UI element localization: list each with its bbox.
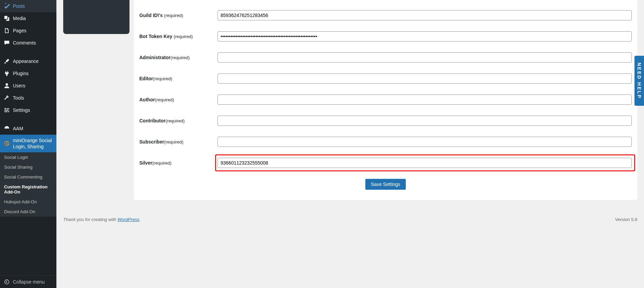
pages-icon [3, 27, 10, 34]
submenu-custom-registration[interactable]: Custom Registration Add-On [0, 182, 56, 197]
contributor-label: Contributor(required) [139, 118, 212, 123]
sidebar-label: Media [13, 16, 26, 21]
plugin-icon [3, 70, 10, 77]
collapse-label: Collapse menu [13, 279, 45, 285]
wordpress-link[interactable]: WordPress [118, 217, 139, 222]
sidebar-item-users[interactable]: Users [0, 80, 56, 92]
collapse-icon [3, 278, 10, 285]
editor-label: Editor(required) [139, 76, 212, 81]
dark-panel [63, 0, 129, 34]
sidebar-item-tools[interactable]: Tools [0, 92, 56, 104]
submenu-social-sharing[interactable]: Social Sharing [0, 162, 56, 172]
admin-footer: Thank you for creating with WordPress. V… [63, 217, 637, 222]
footer-thankyou: Thank you for creating with WordPress. [63, 217, 141, 222]
sidebar-label: Settings [13, 107, 30, 113]
sidebar-label: Plugins [13, 71, 29, 76]
sidebar-label: miniOrange Social Login, Sharing [13, 137, 53, 150]
form-row-administrator: Administrator(required) [139, 52, 632, 63]
sidebar-label: Tools [13, 95, 24, 101]
sidebar-item-appearance[interactable]: Appearance [0, 55, 56, 67]
admin-sidebar: Posts Media Pages Comments Ap [0, 0, 56, 288]
form-row-subscriber: Subscriber(required) [139, 137, 632, 147]
form-row-author: Author(required) [139, 95, 632, 105]
form-row-silver: Silver(required) [139, 158, 632, 168]
form-row-contributor: Contributor(required) [139, 116, 632, 126]
comment-icon [3, 39, 10, 46]
svg-point-2 [5, 280, 9, 284]
bot-token-label: Bot Token Key (required) [139, 34, 212, 39]
aam-icon [3, 125, 10, 132]
sidebar-item-comments[interactable]: Comments [0, 37, 56, 49]
submenu-discord[interactable]: Discord Add-On [0, 207, 56, 217]
silver-input[interactable] [217, 158, 632, 168]
brush-icon [3, 58, 10, 65]
submenu-hubspot[interactable]: Hubspot Add-On [0, 197, 56, 207]
form-row-guild-id: Guild ID\'s (required) [139, 10, 632, 20]
submenu-social-login[interactable]: Social Login [0, 152, 56, 162]
sidebar-label: Posts [13, 3, 25, 9]
need-help-tab[interactable]: NEED HELP [634, 56, 644, 106]
sidebar-label: Appearance [13, 58, 39, 64]
miniorange-icon [3, 140, 10, 147]
bot-token-input[interactable] [217, 31, 632, 41]
sliders-icon [3, 107, 10, 114]
sidebar-label: Comments [13, 40, 36, 46]
editor-input[interactable] [217, 73, 632, 84]
wrench-icon [3, 95, 10, 101]
sidebar-item-miniorange[interactable]: miniOrange Social Login, Sharing [0, 135, 56, 152]
sidebar-item-pages[interactable]: Pages [0, 24, 56, 37]
pin-icon [3, 3, 10, 10]
author-label: Author(required) [139, 97, 212, 102]
save-settings-button[interactable]: Save Settings [365, 179, 405, 190]
sidebar-label: Users [13, 83, 25, 88]
form-row-editor: Editor(required) [139, 73, 632, 84]
subscriber-label: Subscriber(required) [139, 139, 212, 145]
silver-label: Silver(required) [139, 160, 212, 166]
sidebar-item-media[interactable]: Media [0, 12, 56, 24]
media-icon [3, 15, 10, 22]
administrator-input[interactable] [217, 52, 632, 63]
main-content: Guild ID\'s (required) Bot Token Key (re… [56, 0, 644, 288]
submenu-social-commenting[interactable]: Social Commenting [0, 172, 56, 182]
subscriber-input[interactable] [217, 137, 632, 147]
sidebar-item-settings[interactable]: Settings [0, 104, 56, 116]
contributor-input[interactable] [217, 116, 632, 126]
collapse-menu-button[interactable]: Collapse menu [0, 275, 56, 288]
author-input[interactable] [217, 95, 632, 105]
svg-point-0 [5, 83, 8, 86]
guild-id-input[interactable] [217, 10, 632, 20]
user-icon [3, 82, 10, 89]
footer-version: Version 5.9 [615, 217, 637, 222]
guild-id-label: Guild ID\'s (required) [139, 13, 212, 18]
sidebar-label: Pages [13, 28, 27, 33]
sidebar-item-aam[interactable]: AAM [0, 122, 56, 135]
sidebar-item-plugins[interactable]: Plugins [0, 67, 56, 80]
administrator-label: Administrator(required) [139, 55, 212, 60]
settings-form-card: Guild ID\'s (required) Bot Token Key (re… [134, 0, 637, 200]
form-row-bot-token: Bot Token Key (required) [139, 31, 632, 41]
submenu: Social Login Social Sharing Social Comme… [0, 152, 56, 217]
sidebar-label: AAM [13, 126, 23, 131]
sidebar-item-posts[interactable]: Posts [0, 0, 56, 12]
